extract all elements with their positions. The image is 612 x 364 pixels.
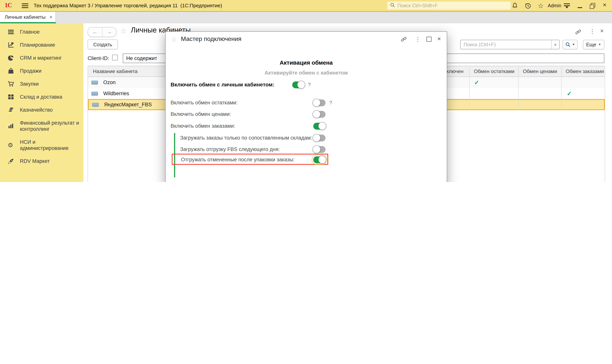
more-button[interactable]: Еще ▼: [583, 40, 604, 49]
chevron-down-icon: ▼: [572, 43, 575, 46]
table-border-right: [605, 66, 605, 182]
pie-chart-icon: [8, 55, 14, 62]
menu-icon: [8, 29, 14, 36]
favorite-star-icon[interactable]: ☆: [171, 36, 177, 44]
client-id-checkbox[interactable]: [112, 55, 118, 60]
planning-chart-icon: [8, 42, 14, 49]
coins-icon: [8, 107, 14, 114]
column-separator: [518, 66, 519, 110]
rocket-icon: [8, 158, 14, 165]
sidebar: Главное Планирование CRM и маркетинг Про…: [0, 23, 83, 182]
tab-label: Личные кабинеты: [5, 14, 50, 20]
sidebar-item-admin[interactable]: ⚙ НСИ и администрирование: [0, 136, 83, 155]
orders-toggle-label: Включить обмен заказами:: [171, 123, 235, 129]
check-icon: ✓: [474, 79, 479, 86]
tab-close-icon[interactable]: ×: [50, 14, 53, 20]
col-prices[interactable]: Обмен ценами: [523, 68, 557, 74]
help-link[interactable]: ?: [308, 82, 311, 88]
prices-toggle-label: Включить обмен ценами:: [171, 111, 231, 117]
sidebar-item-finance[interactable]: Финансовый результат и контроллинг: [0, 117, 83, 136]
table-border-left: [88, 66, 88, 182]
search-button[interactable]: ▼: [563, 40, 578, 49]
kebab-menu-icon[interactable]: ⋮: [415, 36, 421, 43]
cart-icon: [8, 81, 14, 88]
history-nav: ← →: [88, 27, 117, 37]
col-name[interactable]: Название кабинета: [93, 68, 137, 74]
stocks-toggle[interactable]: [313, 99, 325, 106]
sidebar-item-rdv-market[interactable]: RDV Маркет: [0, 155, 83, 168]
search-icon: [390, 2, 395, 9]
search-icon: [565, 42, 571, 47]
minimize-icon[interactable]: [578, 7, 582, 8]
search-clear-icon[interactable]: ×: [552, 42, 559, 47]
maximize-icon[interactable]: [426, 37, 431, 42]
service-menu-icon[interactable]: [564, 3, 570, 8]
close-icon[interactable]: ×: [603, 1, 606, 8]
cancelled-orders-toggle[interactable]: [313, 156, 325, 163]
favorite-star-icon[interactable]: ☆: [120, 27, 127, 35]
1c-logo: 1С: [5, 1, 12, 9]
page-close-icon[interactable]: ×: [600, 27, 604, 34]
sidebar-item-sales[interactable]: Продажи: [0, 65, 83, 78]
sidebar-item-crm[interactable]: CRM и маркетинг: [0, 52, 83, 65]
window-title: Тех поддержка Маркет 3 / Управление торг…: [34, 3, 222, 8]
forward-arrow-button[interactable]: →: [102, 27, 116, 37]
client-id-label: Client-ID:: [88, 55, 109, 61]
warehouses-toggle[interactable]: [313, 135, 325, 142]
dialog-title: Мастер подключения: [181, 36, 241, 42]
bell-icon[interactable]: [511, 2, 518, 9]
catalog-item-icon: [92, 103, 99, 106]
sidebar-item-planning[interactable]: Планирование: [0, 39, 83, 52]
tab-personal-cabinets[interactable]: Личные кабинеты ×: [0, 12, 56, 22]
dialog-close-icon[interactable]: ×: [437, 35, 441, 43]
history-icon[interactable]: [524, 2, 531, 9]
link-icon[interactable]: [401, 36, 407, 43]
main-exchange-label: Включить обмен с личным кабинетом:: [171, 81, 274, 88]
connection-wizard-dialog: ☆ Мастер подключения ⋮ × Активация обмен…: [165, 31, 447, 182]
user-name[interactable]: Admin: [548, 3, 561, 8]
cancelled-orders-toggle-label: Отгружать отмененные после упаковки зака…: [181, 157, 294, 162]
catalog-item-icon: [92, 91, 98, 95]
create-button[interactable]: Создать: [88, 39, 118, 49]
back-arrow-button[interactable]: ←: [88, 27, 102, 37]
top-bar: 1С Тех поддержка Маркет 3 / Управление т…: [0, 0, 612, 12]
sidebar-item-warehouse[interactable]: Склад и доставка: [0, 91, 83, 104]
list-search-placeholder: Поиск (Ctrl+F): [461, 42, 551, 47]
sidebar-item-main[interactable]: Главное: [0, 26, 83, 39]
global-search-input[interactable]: Поиск Ctrl+Shift+F: [387, 1, 511, 10]
app-window: 1С Тех поддержка Маркет 3 / Управление т…: [0, 0, 612, 182]
warehouse-icon: [8, 94, 14, 101]
col-stocks[interactable]: Обмен остатками: [474, 68, 515, 74]
list-search-input[interactable]: Поиск (Ctrl+F) ×: [460, 40, 559, 49]
link-icon[interactable]: [575, 29, 581, 36]
sidebar-item-treasury[interactable]: Казначейство: [0, 104, 83, 117]
check-icon: ✓: [567, 90, 572, 97]
help-link[interactable]: ?: [329, 100, 332, 105]
tab-bar: Личные кабинеты ×: [0, 12, 612, 23]
bar-chart-icon: [8, 123, 14, 130]
orders-toggle[interactable]: [313, 123, 325, 130]
dialog-heading: Активация обмена: [166, 59, 447, 66]
catalog-item-icon: [92, 80, 98, 84]
fbs-nextday-toggle[interactable]: [313, 146, 325, 153]
main-exchange-toggle[interactable]: [292, 81, 305, 88]
kebab-menu-icon[interactable]: ⋮: [589, 28, 595, 35]
gear-icon: ⚙: [8, 142, 14, 149]
main-menu-icon[interactable]: [22, 3, 28, 8]
prices-toggle[interactable]: [313, 111, 325, 118]
col-orders[interactable]: Обмен заказами: [566, 68, 604, 74]
column-separator: [469, 66, 470, 110]
global-search-placeholder: Поиск Ctrl+Shift+F: [398, 3, 438, 8]
dialog-subheading: Активируйте обмен с кабинетом: [166, 70, 447, 76]
fbs-nextday-toggle-label: Загружать отгрузку FBS следующего дня:: [180, 146, 280, 152]
warehouses-toggle-label: Загружать заказы только по сопоставленны…: [180, 135, 312, 141]
chevron-down-icon: ▼: [598, 43, 601, 46]
stocks-toggle-label: Включить обмен остатками:: [171, 100, 238, 105]
column-separator: [561, 66, 561, 110]
favorites-star-icon[interactable]: ☆: [538, 2, 544, 10]
restore-icon[interactable]: [591, 3, 595, 7]
shopping-bag-icon: [8, 68, 14, 75]
sidebar-item-purchases[interactable]: Закупки: [0, 78, 83, 91]
